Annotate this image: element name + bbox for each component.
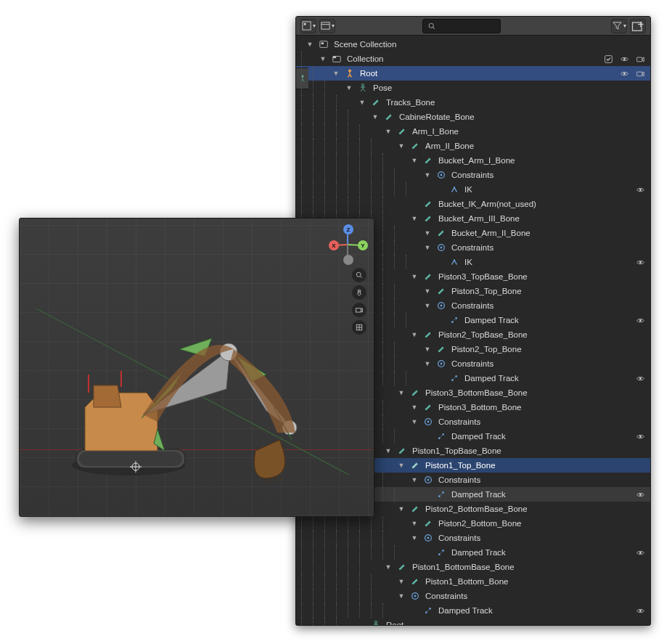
- disclosure-toggle[interactable]: ▼: [396, 591, 406, 601]
- outliner-search[interactable]: [422, 19, 501, 33]
- tree-label: Damped Track: [450, 490, 506, 499]
- eye-toggle[interactable]: [634, 547, 646, 558]
- disclosure-toggle[interactable]: ▼: [422, 344, 433, 354]
- persp-button[interactable]: [352, 320, 366, 335]
- tree-label: Piston1_Bottom_Bone: [424, 577, 508, 586]
- tree-row[interactable]: ▼Piston2_Bottom_Bone: [296, 516, 650, 531]
- search-input[interactable]: [439, 22, 490, 30]
- check-toggle[interactable]: [602, 53, 614, 65]
- svg-line-34: [361, 277, 362, 278]
- disclosure-toggle[interactable]: ▼: [370, 112, 380, 122]
- disclosure-toggle[interactable]: ▼: [396, 576, 406, 587]
- disclosure-toggle[interactable]: ▼: [396, 388, 406, 398]
- disclosure-toggle[interactable]: ▼: [409, 271, 419, 282]
- disclosure-toggle[interactable]: ▼: [422, 301, 433, 311]
- tree-row[interactable]: ▼Constraints: [296, 531, 650, 545]
- disclosure-toggle[interactable]: ▼: [422, 228, 433, 238]
- bone-icon: [422, 213, 434, 224]
- tree-row[interactable]: ▼IK: [296, 182, 650, 197]
- disclosure-toggle[interactable]: ▼: [409, 533, 419, 543]
- disclosure-toggle[interactable]: ▼: [409, 330, 419, 340]
- tree-label: Damped Track: [463, 316, 519, 324]
- eye-toggle[interactable]: [634, 605, 646, 616]
- tree-row[interactable]: ▼Bucket_Arm_I_Bone: [296, 153, 650, 168]
- disclosure-toggle[interactable]: ▼: [357, 97, 367, 107]
- eye-toggle[interactable]: [634, 372, 646, 384]
- eye-toggle[interactable]: [634, 314, 646, 326]
- tree-row[interactable]: ▼Arm_I_Bone: [296, 124, 650, 139]
- tree-row[interactable]: ▼Constraints: [296, 589, 650, 603]
- disclosure-toggle[interactable]: ▼: [422, 359, 433, 369]
- svg-rect-1: [304, 23, 306, 25]
- tree-label: Constraints: [437, 417, 480, 426]
- tree-row[interactable]: ▼Damped Track: [296, 545, 650, 560]
- disclosure-toggle[interactable]: ▼: [305, 39, 315, 49]
- editor-type-dropdown[interactable]: ▾: [300, 19, 316, 33]
- tree-row[interactable]: ▼Root: [296, 618, 650, 625]
- tree-row[interactable]: ▼Pose: [296, 81, 650, 95]
- tree-label: CabineRotate_Bone: [398, 113, 475, 121]
- gizmo-x[interactable]: X: [329, 240, 339, 250]
- tree-label: Root: [358, 69, 377, 78]
- eye-toggle[interactable]: [618, 53, 630, 65]
- disclosure-toggle[interactable]: ▼: [422, 286, 433, 296]
- disclosure-toggle[interactable]: ▼: [409, 402, 419, 412]
- disclosure-toggle[interactable]: ▼: [396, 504, 406, 514]
- pan-button[interactable]: [352, 285, 366, 300]
- tree-row[interactable]: ▼Collection: [296, 52, 650, 66]
- eye-toggle[interactable]: [634, 430, 646, 442]
- eye-toggle[interactable]: [618, 68, 630, 79]
- viewport-3d[interactable]: Z Y X: [19, 218, 374, 517]
- disclosure-toggle[interactable]: ▼: [383, 562, 393, 572]
- new-collection-button[interactable]: [630, 19, 646, 33]
- disclosure-toggle[interactable]: ▼: [383, 446, 393, 456]
- camera-toggle[interactable]: [634, 68, 646, 79]
- tree-row[interactable]: ▼Bucket_IK_Arm(not_used): [296, 197, 650, 211]
- tree-label: Arm_II_Bone: [424, 142, 474, 150]
- display-mode-dropdown[interactable]: ▾: [319, 19, 335, 33]
- bone-icon: [422, 155, 434, 166]
- disclosure-toggle[interactable]: ▼: [396, 141, 406, 151]
- camera-toggle[interactable]: [634, 53, 646, 65]
- disclosure-toggle[interactable]: ▼: [409, 213, 419, 224]
- gizmo-z[interactable]: Z: [343, 224, 353, 234]
- tree-label: Scene Collection: [332, 40, 396, 49]
- tree-row[interactable]: ▼Tracks_Bone: [296, 95, 650, 110]
- tree-row[interactable]: ▼Scene Collection: [296, 37, 650, 52]
- ik-icon: [448, 184, 460, 195]
- disclosure-toggle[interactable]: ▼: [409, 475, 419, 485]
- tree-row[interactable]: ▼Constraints: [296, 168, 650, 182]
- tree-row[interactable]: ▼Root: [296, 66, 650, 81]
- disclosure-toggle[interactable]: ▼: [409, 518, 419, 528]
- disclosure-toggle[interactable]: ▼: [409, 155, 419, 166]
- zoom-button[interactable]: [352, 268, 366, 282]
- gizmo-y[interactable]: Y: [358, 240, 368, 250]
- bone-sel-icon: [409, 460, 421, 471]
- eye-toggle[interactable]: [634, 256, 646, 268]
- disclosure-toggle[interactable]: ▼: [318, 54, 328, 64]
- tree-row[interactable]: ▼Piston1_BottomBase_Bone: [296, 560, 650, 574]
- disclosure-toggle[interactable]: ▼: [331, 68, 341, 78]
- eye-toggle[interactable]: [634, 184, 646, 195]
- disclosure-toggle[interactable]: ▼: [422, 242, 433, 253]
- tree-row[interactable]: ▼Arm_II_Bone: [296, 139, 650, 153]
- filter-dropdown[interactable]: ▾: [611, 19, 627, 33]
- tree-label: Damped Track: [450, 432, 506, 441]
- nav-gizmo[interactable]: Z Y X: [327, 224, 368, 265]
- disclosure-toggle[interactable]: ▼: [396, 460, 406, 470]
- tree-row[interactable]: ▼Piston1_Bottom_Bone: [296, 574, 650, 589]
- bone-icon: [435, 227, 447, 239]
- disclosure-toggle[interactable]: ▼: [383, 126, 393, 136]
- camera-button[interactable]: [352, 303, 366, 317]
- eye-toggle[interactable]: [634, 489, 646, 500]
- bone-icon: [422, 401, 434, 413]
- bone-icon: [383, 111, 395, 123]
- disclosure-toggle[interactable]: ▼: [344, 83, 354, 93]
- disclosure-toggle[interactable]: ▼: [422, 170, 433, 180]
- tree-row[interactable]: ▼CabineRotate_Bone: [296, 110, 650, 124]
- gizmo-neg-z[interactable]: [343, 255, 353, 265]
- armature-icon: [344, 68, 356, 79]
- tree-row[interactable]: ▼Damped Track: [296, 603, 650, 618]
- disclosure-toggle[interactable]: ▼: [409, 417, 419, 427]
- bone-icon: [409, 576, 421, 587]
